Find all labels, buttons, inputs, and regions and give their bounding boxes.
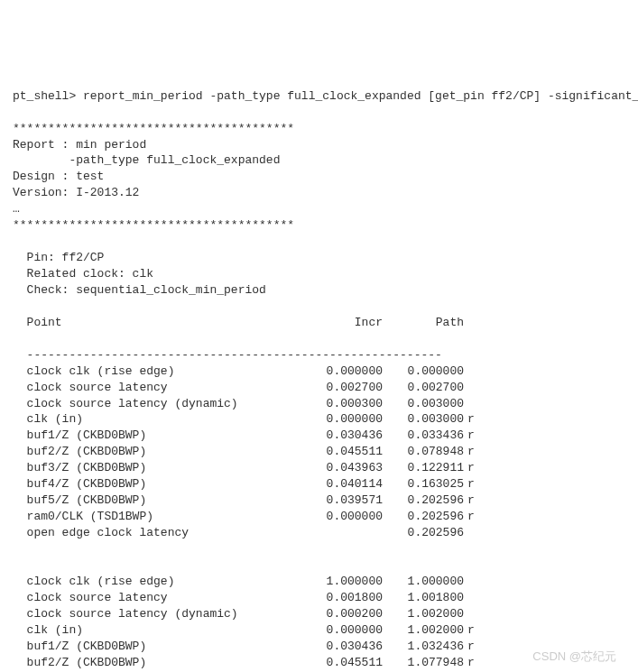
cell-flag: r	[464, 428, 485, 444]
cell-point: buf1/Z (CKBD0BWP)	[13, 428, 301, 444]
cell-point: buf1/Z (CKBD0BWP)	[13, 639, 301, 655]
table-row: clock clk (rise edge)0.0000000.000000	[13, 364, 625, 380]
cell-point: ram0/CLK (TSD1BWP)	[13, 509, 301, 525]
cell-point: clock clk (rise edge)	[13, 364, 301, 380]
cell-flag: r	[464, 411, 485, 428]
col-incr: Incr	[301, 315, 383, 331]
col-point: Point	[13, 315, 301, 331]
ellipsis: …	[13, 202, 20, 216]
cell-path: 0.003000	[383, 396, 464, 412]
shell-prompt: pt_shell> report_min_period -path_type f…	[13, 89, 638, 103]
cell-flag: r	[464, 444, 485, 460]
cell-incr: 0.039571	[301, 492, 383, 509]
cell-point: clk (in)	[13, 622, 301, 639]
table-row: clk (in)0.0000000.003000r	[13, 411, 625, 428]
check-line: Check: sequential_clock_min_period	[13, 283, 266, 297]
cell-path: 0.002700	[383, 380, 464, 396]
report-path-type: -path_type full_clock_expanded	[13, 153, 280, 167]
cell-point: buf2/Z (CKBD0BWP)	[13, 655, 301, 671]
cell-incr: 0.040114	[301, 476, 383, 492]
table-row: ram0/CLK (TSD1BWP)0.0000000.202596r	[13, 509, 625, 525]
cell-incr: 0.030436	[301, 428, 383, 444]
cell-flag: r	[464, 622, 485, 639]
cell-incr	[301, 525, 383, 541]
cell-point: buf3/Z (CKBD0BWP)	[13, 460, 301, 476]
cell-incr: 0.045511	[301, 444, 383, 460]
table-row: buf2/Z (CKBD0BWP)0.0455111.077948r	[13, 655, 625, 671]
cell-incr: 0.045511	[301, 655, 383, 671]
report-label: Report : min period	[13, 138, 146, 152]
cell-incr: 0.000000	[301, 411, 383, 428]
table-row: clock source latency (dynamic)0.0002001.…	[13, 606, 625, 622]
pin-line: Pin: ff2/CP	[13, 251, 104, 264]
cell-point: buf4/Z (CKBD0BWP)	[13, 476, 301, 492]
clock-line: Related clock: clk	[13, 267, 153, 281]
cell-path: 1.032436	[383, 639, 464, 655]
cell-path: 0.122911	[383, 460, 464, 476]
cell-path: 1.001800	[383, 590, 464, 606]
dash-divider: ----------------------------------------…	[13, 348, 442, 362]
table-row: buf2/Z (CKBD0BWP)0.0455110.078948r	[13, 444, 625, 460]
design-line: Design : test	[13, 170, 104, 183]
cell-incr: 0.000000	[301, 509, 383, 525]
cell-path: 0.003000	[383, 411, 464, 428]
star-divider: ****************************************	[13, 122, 294, 135]
table-row: clock source latency0.0018001.001800	[13, 590, 625, 606]
table-row: buf3/Z (CKBD0BWP)0.0439630.122911r	[13, 460, 625, 476]
table-header: PointIncrPath	[13, 315, 625, 331]
table-row: clock source latency (dynamic)0.0003000.…	[13, 396, 625, 412]
cell-flag: r	[464, 460, 485, 476]
cell-path: 1.002000	[383, 606, 464, 622]
cell-path: 0.202596	[383, 525, 464, 541]
cell-point: buf5/Z (CKBD0BWP)	[13, 492, 301, 509]
cell-flag: r	[464, 639, 485, 655]
cell-flag	[464, 606, 485, 622]
cell-flag	[464, 364, 485, 380]
cell-incr: 0.030436	[301, 639, 383, 655]
cell-point: clock source latency (dynamic)	[13, 606, 301, 622]
cell-path: 0.000000	[383, 364, 464, 380]
version-line: Version: I-2013.12	[13, 186, 139, 199]
cell-incr: 1.000000	[301, 574, 383, 590]
cell-point: clock clk (rise edge)	[13, 574, 301, 590]
cell-incr: 0.001800	[301, 590, 383, 606]
cell-incr: 0.000000	[301, 364, 383, 380]
cell-flag: r	[464, 655, 485, 671]
col-path: Path	[383, 315, 464, 331]
cell-point: buf2/Z (CKBD0BWP)	[13, 444, 301, 460]
cell-path: 1.000000	[383, 574, 464, 590]
cell-point: clock source latency	[13, 590, 301, 606]
cell-path: 1.002000	[383, 622, 464, 639]
cell-flag	[464, 396, 485, 412]
table-row: clock source latency0.0027000.002700	[13, 380, 625, 396]
cell-incr: 0.002700	[301, 380, 383, 396]
terminal-output: pt_shell> report_min_period -path_type f…	[13, 72, 625, 672]
cell-point: open edge clock latency	[13, 525, 301, 541]
cell-path: 0.202596	[383, 492, 464, 509]
table-row: clk (in)0.0000001.002000r	[13, 622, 625, 639]
cell-flag: r	[464, 509, 485, 525]
cell-point: clock source latency (dynamic)	[13, 396, 301, 412]
cell-incr: 0.000000	[301, 622, 383, 639]
cell-path: 0.163025	[383, 476, 464, 492]
cell-point: clock source latency	[13, 380, 301, 396]
table-row: buf1/Z (CKBD0BWP)0.0304361.032436r	[13, 639, 625, 655]
table-row: buf5/Z (CKBD0BWP)0.0395710.202596r	[13, 492, 625, 509]
star-divider: ****************************************	[13, 218, 294, 232]
cell-flag	[464, 380, 485, 396]
cell-point: clk (in)	[13, 411, 301, 428]
cell-incr: 0.000200	[301, 606, 383, 622]
table-row: buf1/Z (CKBD0BWP)0.0304360.033436r	[13, 428, 625, 444]
cell-flag	[464, 590, 485, 606]
cell-path: 0.202596	[383, 509, 464, 525]
cell-path: 1.077948	[383, 655, 464, 671]
cell-incr: 0.043963	[301, 460, 383, 476]
table-row: open edge clock latency0.202596	[13, 525, 625, 541]
cell-flag	[464, 525, 485, 541]
cell-incr: 0.000300	[301, 396, 383, 412]
cell-flag	[464, 574, 485, 590]
table-row: clock clk (rise edge)1.0000001.000000	[13, 574, 625, 590]
cell-path: 0.078948	[383, 444, 464, 460]
command-text: report_min_period -path_type full_clock_…	[83, 89, 638, 103]
cell-flag: r	[464, 476, 485, 492]
